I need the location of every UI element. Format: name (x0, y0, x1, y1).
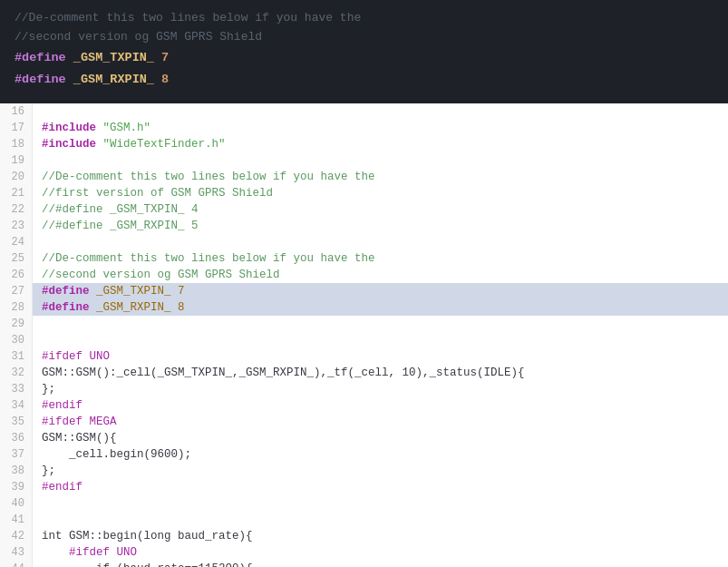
line-number: 35 (0, 414, 33, 430)
line-number: 17 (0, 120, 33, 136)
code-block: 1617#include "GSM.h"18#include "WideText… (0, 103, 728, 567)
line-number: 18 (0, 136, 33, 152)
line-number: 43 (0, 544, 33, 561)
line-content: #include "WideTextFinder.h" (33, 136, 728, 152)
line-number: 24 (0, 234, 33, 250)
line-number: 41 (0, 512, 33, 528)
code-line[interactable]: 36GSM::GSM(){ (0, 430, 728, 446)
line-content (33, 332, 728, 348)
line-content: }; (33, 463, 728, 479)
line-number: 30 (0, 332, 33, 348)
line-content: GSM::GSM(){ (33, 430, 728, 446)
line-content: //#define _GSM_RXPIN_ 5 (33, 218, 728, 234)
line-number: 31 (0, 348, 33, 365)
line-number: 37 (0, 446, 33, 463)
header-code: //De-comment this two lines below if you… (15, 9, 713, 91)
line-number: 28 (0, 299, 33, 316)
header-define-2: #define _GSM_RXPIN_ 8 (15, 69, 713, 91)
line-number: 38 (0, 463, 33, 479)
define-value-1: 7 (161, 51, 169, 64)
header-comment-2: //second version og GSM GPRS Shield (15, 28, 713, 47)
line-number: 19 (0, 152, 33, 169)
code-line[interactable]: 38}; (0, 463, 728, 479)
code-line[interactable]: 18#include "WideTextFinder.h" (0, 136, 728, 152)
line-content (33, 152, 728, 169)
line-content: #endif (33, 479, 728, 495)
code-line[interactable]: 29 (0, 316, 728, 332)
code-line[interactable]: 30 (0, 332, 728, 348)
code-line[interactable]: 42int GSM::begin(long baud_rate){ (0, 528, 728, 544)
line-content: #include "GSM.h" (33, 120, 728, 136)
header-define-1: #define _GSM_TXPIN_ 7 (15, 47, 713, 69)
line-content: _cell.begin(9600); (33, 446, 728, 463)
code-line[interactable]: 39#endif (0, 479, 728, 495)
code-line[interactable]: 22//#define _GSM_TXPIN_ 4 (0, 201, 728, 218)
code-line[interactable]: 32GSM::GSM():_cell(_GSM_TXPIN_,_GSM_RXPI… (0, 365, 728, 381)
code-line[interactable]: 33}; (0, 381, 728, 397)
line-number: 42 (0, 528, 33, 544)
code-line[interactable]: 21//first version of GSM GPRS Shield (0, 185, 728, 201)
line-number: 26 (0, 267, 33, 283)
line-content (33, 234, 728, 250)
line-content: }; (33, 381, 728, 397)
line-content: #ifdef UNO (33, 348, 728, 365)
code-line[interactable]: 17#include "GSM.h" (0, 120, 728, 136)
header-comment-1: //De-comment this two lines below if you… (15, 9, 713, 28)
line-content (33, 316, 728, 332)
code-line[interactable]: 44 if (baud_rate==115200){ (0, 561, 728, 567)
line-content: #define _GSM_RXPIN_ 8 (33, 299, 728, 316)
code-line[interactable]: 27#define _GSM_TXPIN_ 7 (0, 283, 728, 299)
line-content (33, 103, 728, 120)
line-content (33, 495, 728, 512)
code-line[interactable]: 23//#define _GSM_RXPIN_ 5 (0, 218, 728, 234)
line-content: //#define _GSM_TXPIN_ 4 (33, 201, 728, 218)
define-keyword-1: #define (15, 51, 66, 64)
line-number: 23 (0, 218, 33, 234)
code-line[interactable]: 41 (0, 512, 728, 528)
code-line[interactable]: 28#define _GSM_RXPIN_ 8 (0, 299, 728, 316)
line-number: 16 (0, 103, 33, 120)
line-number: 34 (0, 397, 33, 414)
header-panel: //De-comment this two lines below if you… (0, 0, 728, 103)
code-line[interactable]: 37 _cell.begin(9600); (0, 446, 728, 463)
define-name-1: _GSM_TXPIN_ (73, 51, 154, 64)
line-content: #define _GSM_TXPIN_ 7 (33, 283, 728, 299)
line-content: #endif (33, 397, 728, 414)
line-content: //first version of GSM GPRS Shield (33, 185, 728, 201)
line-number: 40 (0, 495, 33, 512)
line-number: 20 (0, 169, 33, 185)
code-line[interactable]: 43 #ifdef UNO (0, 544, 728, 561)
code-line[interactable]: 26//second version og GSM GPRS Shield (0, 267, 728, 283)
code-line[interactable]: 40 (0, 495, 728, 512)
line-number: 27 (0, 283, 33, 299)
line-number: 33 (0, 381, 33, 397)
code-line[interactable]: 24 (0, 234, 728, 250)
define-keyword-2: #define (15, 73, 66, 86)
line-number: 21 (0, 185, 33, 201)
line-number: 25 (0, 250, 33, 267)
line-content: //De-comment this two lines below if you… (33, 169, 728, 185)
code-line[interactable]: 34#endif (0, 397, 728, 414)
code-line[interactable]: 19 (0, 152, 728, 169)
code-line[interactable]: 35#ifdef MEGA (0, 414, 728, 430)
line-content: #ifdef MEGA (33, 414, 728, 430)
code-line[interactable]: 25//De-comment this two lines below if y… (0, 250, 728, 267)
define-value-2: 8 (161, 73, 169, 86)
line-number: 32 (0, 365, 33, 381)
line-content: GSM::GSM():_cell(_GSM_TXPIN_,_GSM_RXPIN_… (33, 365, 728, 381)
code-line[interactable]: 16 (0, 103, 728, 120)
line-content: if (baud_rate==115200){ (33, 561, 728, 567)
line-content: int GSM::begin(long baud_rate){ (33, 528, 728, 544)
line-number: 39 (0, 479, 33, 495)
line-number: 22 (0, 201, 33, 218)
line-number: 44 (0, 561, 33, 567)
line-content: #ifdef UNO (33, 544, 728, 561)
code-line[interactable]: 20//De-comment this two lines below if y… (0, 169, 728, 185)
line-content: //De-comment this two lines below if you… (33, 250, 728, 267)
define-name-2: _GSM_RXPIN_ (73, 73, 154, 86)
line-number: 36 (0, 430, 33, 446)
editor-area[interactable]: 1617#include "GSM.h"18#include "WideText… (0, 103, 728, 567)
line-content: //second version og GSM GPRS Shield (33, 267, 728, 283)
line-number: 29 (0, 316, 33, 332)
code-line[interactable]: 31#ifdef UNO (0, 348, 728, 365)
